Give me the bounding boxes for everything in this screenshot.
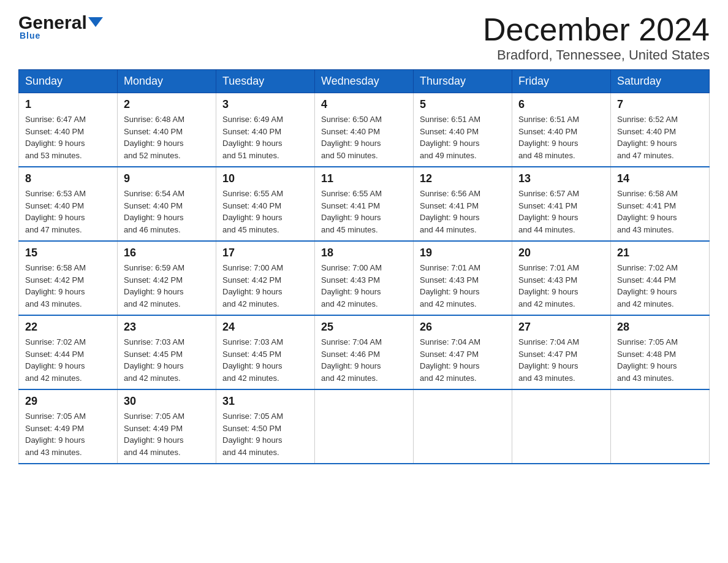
day-info: Sunrise: 7:02 AM Sunset: 4:44 PM Dayligh… bbox=[617, 262, 703, 310]
calendar-day-cell: 13 Sunrise: 6:57 AM Sunset: 4:41 PM Dayl… bbox=[512, 167, 611, 241]
day-info: Sunrise: 6:56 AM Sunset: 4:41 PM Dayligh… bbox=[420, 188, 506, 236]
day-info: Sunrise: 7:03 AM Sunset: 4:45 PM Dayligh… bbox=[124, 336, 210, 384]
calendar-day-cell: 17 Sunrise: 7:00 AM Sunset: 4:42 PM Dayl… bbox=[216, 241, 315, 315]
day-info: Sunrise: 6:51 AM Sunset: 4:40 PM Dayligh… bbox=[420, 113, 506, 161]
calendar-day-cell bbox=[512, 389, 611, 464]
page-header: General Blue December 2024 Bradford, Ten… bbox=[18, 12, 710, 63]
day-info: Sunrise: 6:47 AM Sunset: 4:40 PM Dayligh… bbox=[25, 113, 111, 161]
day-number: 21 bbox=[617, 247, 703, 259]
calendar-week-row: 15 Sunrise: 6:58 AM Sunset: 4:42 PM Dayl… bbox=[19, 241, 710, 315]
weekday-header-row: Sunday Monday Tuesday Wednesday Thursday… bbox=[19, 70, 710, 93]
day-number: 4 bbox=[321, 98, 407, 111]
day-number: 10 bbox=[222, 172, 308, 185]
calendar-table: Sunday Monday Tuesday Wednesday Thursday… bbox=[18, 69, 710, 464]
calendar-header: Sunday Monday Tuesday Wednesday Thursday… bbox=[19, 70, 710, 93]
day-info: Sunrise: 6:50 AM Sunset: 4:40 PM Dayligh… bbox=[321, 113, 407, 161]
calendar-day-cell: 6 Sunrise: 6:51 AM Sunset: 4:40 PM Dayli… bbox=[512, 93, 611, 167]
calendar-day-cell: 14 Sunrise: 6:58 AM Sunset: 4:41 PM Dayl… bbox=[611, 167, 710, 241]
day-number: 24 bbox=[222, 321, 308, 334]
calendar-day-cell bbox=[611, 389, 710, 464]
day-number: 27 bbox=[518, 321, 604, 334]
day-number: 2 bbox=[124, 98, 210, 111]
day-info: Sunrise: 7:05 AM Sunset: 4:49 PM Dayligh… bbox=[124, 410, 210, 458]
day-info: Sunrise: 7:02 AM Sunset: 4:44 PM Dayligh… bbox=[25, 336, 111, 384]
header-tuesday: Tuesday bbox=[216, 70, 315, 93]
day-info: Sunrise: 7:04 AM Sunset: 4:47 PM Dayligh… bbox=[420, 336, 506, 384]
calendar-day-cell: 24 Sunrise: 7:03 AM Sunset: 4:45 PM Dayl… bbox=[216, 315, 315, 389]
calendar-day-cell: 8 Sunrise: 6:53 AM Sunset: 4:40 PM Dayli… bbox=[19, 167, 118, 241]
day-number: 6 bbox=[518, 98, 604, 111]
day-info: Sunrise: 7:01 AM Sunset: 4:43 PM Dayligh… bbox=[420, 262, 506, 310]
month-title: December 2024 bbox=[483, 12, 710, 47]
day-number: 20 bbox=[518, 247, 604, 259]
header-monday: Monday bbox=[118, 70, 216, 93]
day-number: 26 bbox=[420, 321, 506, 334]
day-number: 16 bbox=[124, 247, 210, 259]
calendar-day-cell: 31 Sunrise: 7:05 AM Sunset: 4:50 PM Dayl… bbox=[216, 389, 315, 464]
calendar-day-cell: 1 Sunrise: 6:47 AM Sunset: 4:40 PM Dayli… bbox=[19, 93, 118, 167]
calendar-day-cell: 3 Sunrise: 6:49 AM Sunset: 4:40 PM Dayli… bbox=[216, 93, 315, 167]
day-info: Sunrise: 6:55 AM Sunset: 4:41 PM Dayligh… bbox=[321, 188, 407, 236]
calendar-day-cell: 15 Sunrise: 6:58 AM Sunset: 4:42 PM Dayl… bbox=[19, 241, 118, 315]
logo-arrow-icon bbox=[88, 17, 103, 27]
calendar-day-cell: 5 Sunrise: 6:51 AM Sunset: 4:40 PM Dayli… bbox=[414, 93, 512, 167]
day-number: 7 bbox=[617, 98, 703, 111]
calendar-day-cell: 29 Sunrise: 7:05 AM Sunset: 4:49 PM Dayl… bbox=[19, 389, 118, 464]
header-wednesday: Wednesday bbox=[315, 70, 414, 93]
day-number: 8 bbox=[25, 172, 111, 185]
calendar-day-cell: 21 Sunrise: 7:02 AM Sunset: 4:44 PM Dayl… bbox=[611, 241, 710, 315]
day-info: Sunrise: 6:48 AM Sunset: 4:40 PM Dayligh… bbox=[124, 113, 210, 161]
header-thursday: Thursday bbox=[414, 70, 512, 93]
logo: General Blue bbox=[18, 12, 103, 40]
day-number: 5 bbox=[420, 98, 506, 111]
calendar-day-cell bbox=[315, 389, 414, 464]
day-info: Sunrise: 7:05 AM Sunset: 4:50 PM Dayligh… bbox=[222, 410, 308, 458]
day-number: 17 bbox=[222, 247, 308, 259]
calendar-day-cell bbox=[414, 389, 512, 464]
title-block: December 2024 Bradford, Tennessee, Unite… bbox=[483, 12, 710, 63]
header-saturday: Saturday bbox=[611, 70, 710, 93]
day-info: Sunrise: 7:05 AM Sunset: 4:49 PM Dayligh… bbox=[25, 410, 111, 458]
day-number: 29 bbox=[25, 395, 111, 408]
calendar-day-cell: 12 Sunrise: 6:56 AM Sunset: 4:41 PM Dayl… bbox=[414, 167, 512, 241]
day-number: 19 bbox=[420, 247, 506, 259]
calendar-week-row: 1 Sunrise: 6:47 AM Sunset: 4:40 PM Dayli… bbox=[19, 93, 710, 167]
calendar-day-cell: 23 Sunrise: 7:03 AM Sunset: 4:45 PM Dayl… bbox=[118, 315, 216, 389]
day-number: 14 bbox=[617, 172, 703, 185]
day-number: 28 bbox=[617, 321, 703, 334]
calendar-day-cell: 9 Sunrise: 6:54 AM Sunset: 4:40 PM Dayli… bbox=[118, 167, 216, 241]
day-info: Sunrise: 7:03 AM Sunset: 4:45 PM Dayligh… bbox=[222, 336, 308, 384]
day-number: 30 bbox=[124, 395, 210, 408]
calendar-day-cell: 30 Sunrise: 7:05 AM Sunset: 4:49 PM Dayl… bbox=[118, 389, 216, 464]
day-info: Sunrise: 7:00 AM Sunset: 4:43 PM Dayligh… bbox=[321, 262, 407, 310]
header-sunday: Sunday bbox=[19, 70, 118, 93]
day-info: Sunrise: 6:58 AM Sunset: 4:41 PM Dayligh… bbox=[617, 188, 703, 236]
calendar-day-cell: 28 Sunrise: 7:05 AM Sunset: 4:48 PM Dayl… bbox=[611, 315, 710, 389]
calendar-day-cell: 18 Sunrise: 7:00 AM Sunset: 4:43 PM Dayl… bbox=[315, 241, 414, 315]
day-number: 23 bbox=[124, 321, 210, 334]
day-number: 22 bbox=[25, 321, 111, 334]
calendar-body: 1 Sunrise: 6:47 AM Sunset: 4:40 PM Dayli… bbox=[19, 93, 710, 464]
day-info: Sunrise: 6:52 AM Sunset: 4:40 PM Dayligh… bbox=[617, 113, 703, 161]
calendar-day-cell: 4 Sunrise: 6:50 AM Sunset: 4:40 PM Dayli… bbox=[315, 93, 414, 167]
calendar-day-cell: 2 Sunrise: 6:48 AM Sunset: 4:40 PM Dayli… bbox=[118, 93, 216, 167]
calendar-day-cell: 27 Sunrise: 7:04 AM Sunset: 4:47 PM Dayl… bbox=[512, 315, 611, 389]
calendar-day-cell: 20 Sunrise: 7:01 AM Sunset: 4:43 PM Dayl… bbox=[512, 241, 611, 315]
day-number: 13 bbox=[518, 172, 604, 185]
day-info: Sunrise: 7:04 AM Sunset: 4:47 PM Dayligh… bbox=[518, 336, 604, 384]
day-info: Sunrise: 6:59 AM Sunset: 4:42 PM Dayligh… bbox=[124, 262, 210, 310]
day-number: 18 bbox=[321, 247, 407, 259]
calendar-day-cell: 16 Sunrise: 6:59 AM Sunset: 4:42 PM Dayl… bbox=[118, 241, 216, 315]
calendar-day-cell: 7 Sunrise: 6:52 AM Sunset: 4:40 PM Dayli… bbox=[611, 93, 710, 167]
day-info: Sunrise: 7:04 AM Sunset: 4:46 PM Dayligh… bbox=[321, 336, 407, 384]
day-number: 9 bbox=[124, 172, 210, 185]
logo-blue-text: Blue bbox=[20, 31, 40, 40]
logo-general-text: General bbox=[18, 12, 87, 33]
day-number: 15 bbox=[25, 247, 111, 259]
calendar-day-cell: 26 Sunrise: 7:04 AM Sunset: 4:47 PM Dayl… bbox=[414, 315, 512, 389]
day-info: Sunrise: 6:57 AM Sunset: 4:41 PM Dayligh… bbox=[518, 188, 604, 236]
calendar-week-row: 29 Sunrise: 7:05 AM Sunset: 4:49 PM Dayl… bbox=[19, 389, 710, 464]
day-info: Sunrise: 7:00 AM Sunset: 4:42 PM Dayligh… bbox=[222, 262, 308, 310]
day-info: Sunrise: 7:05 AM Sunset: 4:48 PM Dayligh… bbox=[617, 336, 703, 384]
day-number: 3 bbox=[222, 98, 308, 111]
